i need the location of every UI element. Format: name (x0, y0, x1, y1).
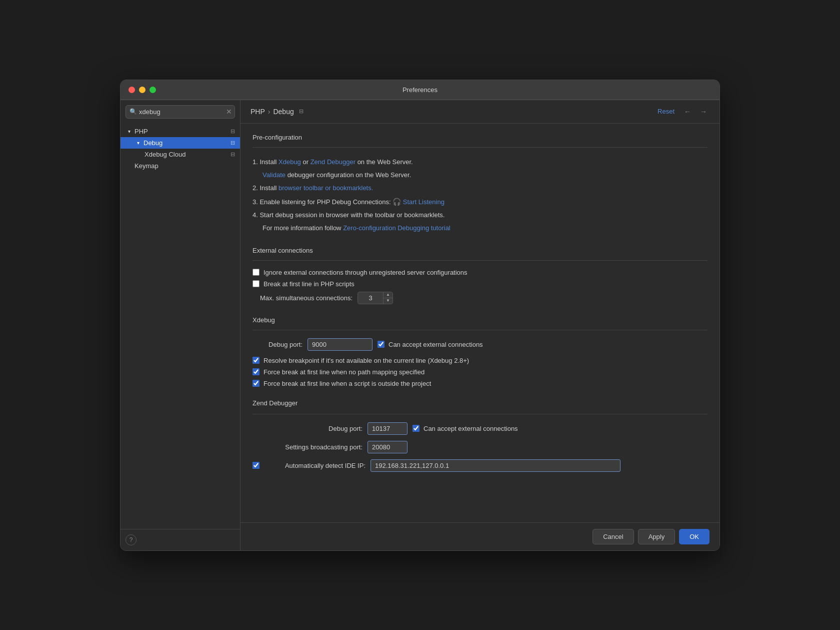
item-1-text: 1. Install (252, 158, 278, 166)
resolve-breakpoint-checkbox[interactable] (252, 357, 260, 364)
nav-forward-button[interactable]: → (698, 106, 710, 117)
xdebug-can-accept-row: Can accept external connections (378, 341, 483, 348)
search-icon: 🔍 (130, 108, 137, 115)
sidebar-item-php[interactable]: ▾ PHP ⊟ (120, 126, 240, 137)
browser-toolbar-link[interactable]: browser toolbar or bookmarklets. (278, 184, 373, 192)
break-first-line-label: Break at first line in PHP scripts (264, 280, 354, 288)
max-connections-label: Max. simultaneous connections: (252, 294, 352, 302)
ide-ip-input[interactable] (370, 459, 620, 472)
pre-config-item-4: 4. Start debug session in browser with t… (252, 209, 708, 222)
xdebug-link[interactable]: Xdebug (278, 158, 301, 166)
settings-broadcast-row: Settings broadcasting port: (252, 441, 708, 453)
xdebug-port-input[interactable] (308, 338, 372, 351)
search-input[interactable] (126, 105, 235, 119)
sidebar-item-php-label: PHP (134, 128, 148, 135)
stepper-down[interactable]: ▼ (384, 298, 392, 304)
sidebar: 🔍 ✕ ▾ PHP ⊟ ▾ Debug ⊟ Xde (120, 100, 240, 550)
resolve-breakpoint-row: Resolve breakpoint if it's not available… (252, 357, 708, 364)
sidebar-item-debug[interactable]: ▾ Debug ⊟ (120, 137, 240, 149)
zend-port-row: Debug port: Can accept external connecti… (252, 422, 708, 435)
external-connections-section: External connections Ignore external con… (252, 247, 708, 304)
sidebar-item-xdebug-cloud-label: Xdebug Cloud (144, 151, 186, 158)
zend-port-input[interactable] (368, 422, 408, 435)
search-clear-button[interactable]: ✕ (226, 108, 232, 115)
sidebar-item-keymap-label: Keymap (134, 162, 158, 170)
divider (252, 414, 708, 414)
nav-back-button[interactable]: ← (682, 106, 694, 117)
reset-button[interactable]: Reset (654, 106, 678, 117)
zend-debugger-link[interactable]: Zend Debugger (310, 158, 356, 166)
listen-icon: 🎧 (392, 198, 401, 206)
divider (252, 330, 708, 330)
stepper-buttons: ▲ ▼ (383, 292, 392, 304)
ok-button[interactable]: OK (679, 529, 710, 544)
auto-detect-checkbox[interactable] (252, 462, 260, 469)
force-break-no-path-checkbox[interactable] (252, 368, 260, 375)
close-button[interactable] (128, 87, 135, 93)
zend-can-accept-row: Can accept external connections (412, 425, 518, 432)
search-box: 🔍 ✕ (126, 105, 235, 119)
maximize-button[interactable] (150, 87, 156, 93)
window-controls (128, 87, 156, 93)
resolve-breakpoint-label: Resolve breakpoint if it's not available… (264, 357, 469, 364)
zend-can-accept-label: Can accept external connections (424, 425, 518, 432)
force-break-outside-label: Force break at first line when a script … (264, 380, 431, 387)
minimize-button[interactable] (139, 87, 146, 93)
max-connections-row: Max. simultaneous connections: ▲ ▼ (252, 292, 708, 304)
break-first-line-checkbox[interactable] (252, 280, 260, 287)
pre-config-item-2: 2. Install browser toolbar or bookmarkle… (252, 182, 708, 195)
divider (252, 260, 708, 261)
sidebar-item-keymap[interactable]: ▾ Keymap (120, 160, 240, 172)
max-connections-input-wrap: ▲ ▼ (358, 292, 393, 304)
force-break-outside-checkbox[interactable] (252, 380, 260, 387)
xdebug-section-title: Xdebug (252, 316, 708, 324)
divider (252, 147, 708, 148)
zend-can-accept-checkbox[interactable] (412, 425, 420, 432)
zend-section: Zend Debugger Debug port: Can accept ext… (252, 399, 708, 472)
stepper-up[interactable]: ▲ (384, 292, 392, 298)
zero-config-link[interactable]: Zero-configuration Debugging tutorial (343, 224, 450, 232)
settings-icon: ⊟ (230, 151, 235, 158)
arrow-icon: ▾ (134, 140, 142, 146)
force-break-outside-row: Force break at first line when a script … (252, 380, 708, 387)
force-break-no-path-row: Force break at first line when no path m… (252, 368, 708, 376)
xdebug-port-label: Debug port: (252, 341, 302, 348)
panel-content: Pre-configuration 1. Install Xdebug or Z… (240, 124, 720, 522)
settings-port-label: Settings broadcasting port: (252, 443, 362, 451)
validate-link[interactable]: Validate (262, 171, 286, 179)
sidebar-item-xdebug-cloud[interactable]: Xdebug Cloud ⊟ (120, 149, 240, 160)
pre-config-item-1: 1. Install Xdebug or Zend Debugger on th… (252, 156, 708, 169)
sidebar-item-debug-label: Debug (144, 139, 162, 147)
arrow-icon: ▾ (126, 129, 132, 134)
settings-port-input[interactable] (368, 441, 408, 453)
breadcrumb-separator: › (268, 108, 270, 116)
xdebug-section: Xdebug Debug port: Can accept external c… (252, 316, 708, 387)
panel-header: PHP › Debug ⊟ Reset ← → (240, 100, 720, 124)
apply-button[interactable]: Apply (638, 529, 676, 544)
xdebug-port-row: Debug port: Can accept external connecti… (252, 338, 708, 351)
nav-tree: ▾ PHP ⊟ ▾ Debug ⊟ Xdebug Cloud ⊟ ▾ (120, 124, 240, 529)
sidebar-bottom: ? (120, 529, 240, 550)
xdebug-can-accept-checkbox[interactable] (378, 341, 384, 348)
cancel-button[interactable]: Cancel (592, 529, 634, 544)
xdebug-can-accept-label: Can accept external connections (388, 341, 483, 348)
pre-config-item-1-sub: Validate debugger configuration on the W… (252, 169, 708, 182)
ignore-external-checkbox[interactable] (252, 269, 260, 276)
help-button[interactable]: ? (126, 534, 136, 545)
main-content: 🔍 ✕ ▾ PHP ⊟ ▾ Debug ⊟ Xde (120, 100, 720, 550)
ide-ip-row: Automatically detect IDE IP: (252, 459, 708, 472)
max-connections-input[interactable] (358, 292, 383, 304)
titlebar: Preferences (120, 80, 720, 100)
start-listening-link[interactable]: Start Listening (403, 198, 444, 206)
pre-config-item-3: 3. Enable listening for PHP Debug Connec… (252, 195, 708, 209)
breadcrumb-settings-icon: ⊟ (299, 108, 304, 115)
ignore-external-label: Ignore external connections through unre… (264, 269, 468, 276)
breadcrumb: PHP › Debug ⊟ (250, 108, 304, 116)
ignore-external-row: Ignore external connections through unre… (252, 269, 708, 276)
bottom-bar: Cancel Apply OK (240, 522, 720, 550)
preferences-window: Preferences 🔍 ✕ ▾ PHP ⊟ ▾ Debug (120, 80, 720, 551)
auto-detect-row (252, 462, 262, 469)
breadcrumb-current: Debug (273, 108, 294, 116)
settings-icon: ⊟ (230, 128, 235, 135)
window-title: Preferences (402, 86, 438, 94)
